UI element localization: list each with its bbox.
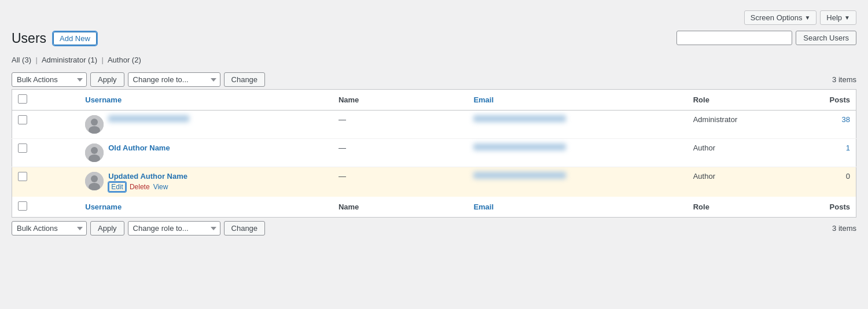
select-all-checkbox-footer[interactable] bbox=[18, 201, 27, 211]
row1-checkbox[interactable] bbox=[18, 115, 27, 124]
users-table: Username Name Email Role Posts bbox=[12, 89, 856, 218]
bottom-toolbar: Bulk Actions Apply Change role to... Cha… bbox=[12, 221, 856, 236]
screen-options-button[interactable]: Screen Options ▼ bbox=[744, 10, 817, 25]
help-button[interactable]: Help ▼ bbox=[820, 10, 856, 25]
screen-options-arrow-icon: ▼ bbox=[804, 14, 810, 21]
row3-edit-link[interactable]: Edit bbox=[111, 183, 123, 191]
row3-checkbox[interactable] bbox=[18, 172, 27, 181]
apply-button-bottom[interactable]: Apply bbox=[90, 221, 124, 236]
row3-username-link[interactable]: Updated Author Name bbox=[108, 172, 187, 181]
page-title: Users bbox=[12, 31, 46, 46]
row2-role: Author bbox=[687, 139, 789, 167]
table-row: Old Author Name — Author 1 bbox=[12, 139, 856, 167]
bulk-actions-select-bottom[interactable]: Bulk Actions bbox=[12, 221, 87, 236]
svg-point-4 bbox=[91, 147, 98, 154]
apply-button-top[interactable]: Apply bbox=[90, 72, 124, 87]
row2-email-blurred bbox=[473, 144, 566, 150]
screen-options-label: Screen Options bbox=[751, 13, 803, 22]
row3-name: — bbox=[333, 167, 468, 197]
row3-actions: Edit Delete View bbox=[108, 182, 187, 192]
email-column-header[interactable]: Email bbox=[473, 95, 494, 104]
bulk-actions-select-top[interactable]: Bulk Actions bbox=[12, 72, 87, 87]
row3-delete-link[interactable]: Delete bbox=[130, 183, 150, 191]
row3-avatar bbox=[85, 172, 104, 190]
row2-posts-link[interactable]: 1 bbox=[846, 144, 850, 152]
email-column-footer[interactable]: Email bbox=[473, 203, 494, 211]
search-bar: Search Users bbox=[676, 31, 856, 45]
help-label: Help bbox=[826, 13, 842, 22]
row1-avatar bbox=[85, 115, 104, 134]
filter-administrator-link[interactable]: Administrator (1) bbox=[42, 56, 100, 64]
table-row: — Administrator 38 bbox=[12, 111, 856, 139]
row2-avatar bbox=[85, 144, 104, 162]
username-column-header[interactable]: Username bbox=[85, 95, 122, 104]
role-column-footer: Role bbox=[687, 197, 789, 218]
items-count-top: 3 items bbox=[832, 75, 856, 84]
change-button-bottom[interactable]: Change bbox=[224, 221, 266, 236]
search-input[interactable] bbox=[676, 31, 792, 45]
table-footer-row: Username Name Email Role Posts bbox=[12, 197, 856, 218]
row3-view-link[interactable]: View bbox=[153, 183, 168, 191]
row3-email-blurred bbox=[473, 172, 566, 179]
posts-column-footer: Posts bbox=[789, 197, 856, 218]
posts-column-header: Posts bbox=[789, 90, 856, 111]
change-role-select-bottom[interactable]: Change role to... bbox=[128, 221, 220, 236]
table-row: Updated Author Name Edit Delete View — bbox=[12, 167, 856, 197]
svg-point-1 bbox=[91, 119, 98, 126]
username-column-footer[interactable]: Username bbox=[85, 203, 122, 211]
row2-username-link[interactable]: Old Author Name bbox=[108, 144, 170, 152]
row1-username-blurred bbox=[108, 115, 189, 122]
add-new-button[interactable]: Add New bbox=[53, 32, 97, 45]
name-column-header: Name bbox=[333, 90, 468, 111]
row1-posts-link[interactable]: 38 bbox=[842, 115, 850, 124]
filter-all-link[interactable]: All (3) bbox=[12, 56, 34, 64]
name-column-footer: Name bbox=[333, 197, 468, 218]
row3-role: Author bbox=[687, 167, 789, 197]
row2-name: — bbox=[333, 139, 468, 167]
row3-posts: 0 bbox=[789, 167, 856, 197]
change-button-top[interactable]: Change bbox=[224, 72, 266, 87]
search-users-button[interactable]: Search Users bbox=[796, 31, 856, 45]
svg-point-7 bbox=[91, 175, 98, 182]
row1-role: Administrator bbox=[687, 111, 789, 139]
filter-author-link[interactable]: Author (2) bbox=[108, 56, 141, 64]
items-count-bottom: 3 items bbox=[832, 224, 856, 233]
help-arrow-icon: ▼ bbox=[844, 14, 850, 21]
table-header-row: Username Name Email Role Posts bbox=[12, 90, 856, 111]
row2-checkbox[interactable] bbox=[18, 144, 27, 153]
role-column-header: Role bbox=[687, 90, 789, 111]
row1-name: — bbox=[333, 111, 468, 139]
row1-email-blurred bbox=[473, 115, 566, 122]
filter-links: All (3) | Administrator (1) | Author (2) bbox=[12, 56, 141, 64]
select-all-checkbox[interactable] bbox=[18, 94, 27, 104]
change-role-select-top[interactable]: Change role to... bbox=[128, 72, 220, 87]
